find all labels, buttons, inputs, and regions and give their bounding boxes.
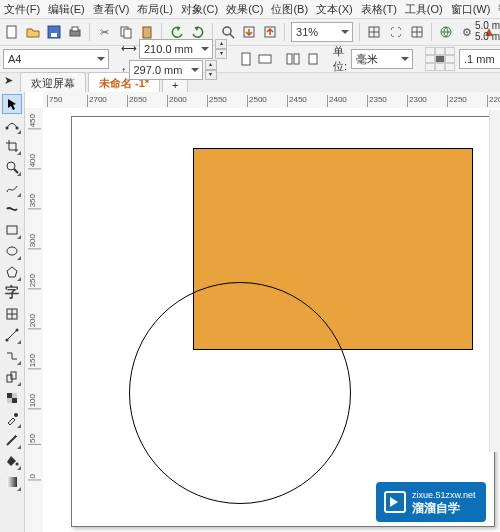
snap-icon[interactable]: [366, 21, 383, 43]
all-pages-icon[interactable]: [285, 48, 301, 70]
svg-rect-7: [143, 27, 151, 38]
units-dropdown[interactable]: 毫米: [351, 49, 413, 69]
svg-point-40: [14, 413, 18, 417]
svg-line-31: [7, 330, 17, 340]
svg-marker-27: [7, 267, 17, 277]
menu-object[interactable]: 对象(C): [181, 2, 218, 17]
svg-rect-16: [242, 53, 250, 65]
nudge-distance-input[interactable]: .1 mm: [459, 49, 500, 69]
print-icon[interactable]: [66, 21, 83, 43]
ruler-vertical[interactable]: 450 400 350 300 250 200 150 100 50 0: [25, 108, 44, 532]
svg-point-32: [6, 339, 9, 342]
menu-text[interactable]: 文本(X): [316, 2, 353, 17]
menu-table[interactable]: 表格(T): [361, 2, 397, 17]
text-tool[interactable]: 字: [2, 283, 22, 303]
fullscreen-icon[interactable]: ⛶: [387, 21, 404, 43]
landscape-icon[interactable]: [257, 48, 273, 70]
svg-rect-6: [124, 29, 131, 38]
watermark-badge: zixue.51zxw.net 溜溜自学: [376, 482, 486, 522]
polygon-tool[interactable]: [2, 262, 22, 282]
svg-rect-38: [12, 393, 17, 398]
svg-rect-39: [7, 398, 12, 403]
tab-welcome[interactable]: 欢迎屏幕: [20, 72, 86, 93]
svg-point-26: [7, 247, 17, 255]
menu-window[interactable]: 窗口(W): [451, 2, 491, 17]
fill-tool[interactable]: [2, 451, 22, 471]
import-icon[interactable]: [240, 21, 257, 43]
portrait-icon[interactable]: [239, 48, 253, 70]
connector-tool[interactable]: [2, 346, 22, 366]
table-tool[interactable]: [2, 304, 22, 324]
rectangle-tool[interactable]: [2, 220, 22, 240]
shape-tool[interactable]: [2, 115, 22, 135]
transparency-tool[interactable]: [2, 388, 22, 408]
save-icon[interactable]: [45, 21, 62, 43]
toolbox: 字: [0, 92, 25, 532]
svg-rect-18: [287, 54, 292, 64]
menu-layout[interactable]: 布局(L): [137, 2, 172, 17]
svg-point-8: [223, 27, 231, 35]
menu-bar: 文件(F) 编辑(E) 查看(V) 布局(L) 对象(C) 效果(C) 位图(B…: [0, 0, 500, 19]
svg-rect-42: [7, 477, 17, 487]
menu-effect[interactable]: 效果(C): [226, 2, 263, 17]
svg-line-9: [230, 34, 234, 38]
svg-rect-17: [259, 55, 271, 63]
toolbar-property: A4 ⟷ 210.0 mm ▴▾ ↕ 297.0 mm ▴▾ 单位: 毫米 .1…: [0, 46, 500, 73]
eyedropper-tool[interactable]: [2, 409, 22, 429]
ellipse-shape[interactable]: [129, 282, 351, 504]
watermark-title: 溜溜自学: [412, 501, 476, 515]
export-icon[interactable]: [261, 21, 278, 43]
crop-tool[interactable]: [2, 136, 22, 156]
page-height-input[interactable]: 297.0 mm: [129, 60, 203, 80]
new-icon[interactable]: [3, 21, 20, 43]
height-up[interactable]: ▴: [205, 60, 217, 70]
svg-point-23: [7, 162, 15, 170]
pick-tool-icon[interactable]: ➤: [4, 74, 13, 87]
menu-tools[interactable]: 工具(O): [405, 2, 443, 17]
svg-point-33: [16, 329, 19, 332]
open-icon[interactable]: [24, 21, 41, 43]
svg-rect-19: [294, 54, 299, 64]
ruler-horizontal[interactable]: 750 2700 2650 2600 2550 2500 2450 2400 2…: [43, 92, 500, 109]
drawing-canvas[interactable]: [43, 108, 500, 532]
watermark-url: zixue.51zxw.net: [412, 490, 476, 501]
canvas-area: 750 2700 2650 2600 2550 2500 2450 2400 2…: [25, 92, 500, 532]
grid-icon[interactable]: [408, 21, 425, 43]
paper-size-dropdown[interactable]: A4: [3, 49, 109, 69]
page-width-input[interactable]: 210.0 mm: [139, 39, 213, 59]
svg-rect-25: [7, 226, 17, 234]
svg-rect-20: [309, 54, 317, 64]
cut-icon[interactable]: ✂: [96, 21, 113, 43]
artistic-media-tool[interactable]: [2, 199, 22, 219]
blend-tool[interactable]: [2, 367, 22, 387]
units-label: 单位:: [333, 44, 347, 74]
dimension-tool[interactable]: [2, 325, 22, 345]
svg-point-21: [6, 127, 9, 130]
toolbar-standard: ✂ 31% ⛶ ⚙: [0, 19, 500, 46]
svg-rect-4: [72, 27, 78, 31]
outline-tool[interactable]: [2, 430, 22, 450]
current-page-icon[interactable]: [305, 48, 321, 70]
play-icon: [384, 491, 406, 513]
height-down[interactable]: ▾: [205, 70, 217, 80]
menu-edit[interactable]: 编辑(E): [48, 2, 85, 17]
menu-bitmap[interactable]: 位图(B): [271, 2, 308, 17]
svg-rect-2: [51, 33, 57, 37]
width-up[interactable]: ▴: [215, 39, 227, 49]
publish-icon[interactable]: [438, 21, 455, 43]
pick-tool[interactable]: [2, 94, 22, 114]
freehand-tool[interactable]: [2, 178, 22, 198]
width-icon: ⟷: [121, 42, 137, 55]
nudge-anchor-icon[interactable]: [425, 47, 455, 71]
zoom-tool[interactable]: [2, 157, 22, 177]
svg-rect-37: [12, 398, 17, 403]
zoom-dropdown[interactable]: 31%: [291, 22, 353, 42]
right-readout: 5.0 m5.0 m: [454, 20, 500, 42]
menu-file[interactable]: 文件(F): [4, 2, 40, 17]
menu-view[interactable]: 查看(V): [93, 2, 130, 17]
width-down[interactable]: ▾: [215, 49, 227, 59]
interactive-fill-tool[interactable]: [2, 472, 22, 492]
scrollbar-vertical[interactable]: [489, 110, 500, 452]
ellipse-tool[interactable]: [2, 241, 22, 261]
svg-rect-0: [7, 26, 16, 38]
